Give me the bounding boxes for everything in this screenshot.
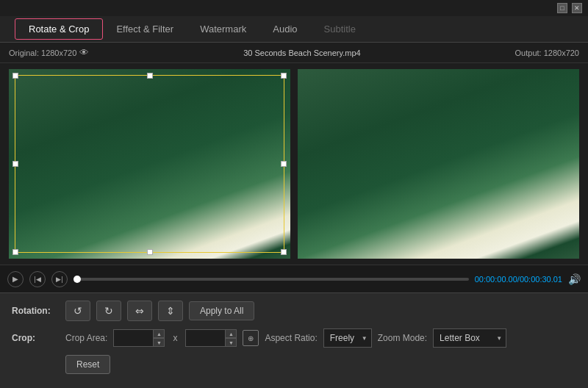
tab-watermark[interactable]: Watermark <box>187 19 259 39</box>
flip-h-icon: ⇔ <box>135 305 144 317</box>
volume-icon[interactable]: 🔊 <box>568 273 581 285</box>
tab-audio[interactable]: Audio <box>259 19 310 39</box>
crop-row: Crop: Crop Area: 1280 ▲ ▼ x 720 ▲ ▼ ⊕ As… <box>12 328 576 348</box>
rotate-right-button[interactable]: ↻ <box>96 301 121 321</box>
tab-bar: Rotate & Crop Effect & Filter Watermark … <box>0 16 588 43</box>
crop-height-input[interactable]: 720 <box>185 329 226 347</box>
main-content: Original: 1280x720 👁 30 Seconds Beach Sc… <box>0 43 588 292</box>
zoom-mode-label: Zoom Mode: <box>378 333 427 343</box>
rotation-row: Rotation: ↺ ↻ ⇔ ⇕ Apply to All <box>12 301 576 321</box>
rotation-label: Rotation: <box>12 306 60 316</box>
crop-width-up[interactable]: ▲ <box>153 329 165 338</box>
preview-right <box>298 69 579 259</box>
current-time: 00:00:00.00/00:00:30.01 <box>475 275 562 284</box>
minimize-button[interactable]: □ <box>557 3 567 13</box>
preview-area <box>0 63 588 265</box>
timeline-bar: ▶ |◀ ▶| 00:00:00.00/00:00:30.01 🔊 <box>0 265 588 292</box>
zoom-mode-wrap: Letter Box Pan & Scan Full ▼ <box>433 328 506 348</box>
zoom-mode-select[interactable]: Letter Box Pan & Scan Full <box>433 328 506 348</box>
center-crop-button[interactable]: ⊕ <box>243 330 259 346</box>
crop-separator: x <box>171 333 179 343</box>
apply-to-all-button[interactable]: Apply to All <box>189 301 254 320</box>
crop-width-spin: ▲ ▼ <box>153 329 165 347</box>
aspect-ratio-select[interactable]: Freely 16:9 4:3 1:1 9:16 <box>323 328 372 348</box>
crop-height-down[interactable]: ▼ <box>225 338 237 347</box>
reset-button[interactable]: Reset <box>65 355 110 374</box>
aspect-ratio-label: Aspect Ratio: <box>265 333 317 343</box>
step-back-button[interactable]: |◀ <box>29 271 46 287</box>
flip-horizontal-button[interactable]: ⇔ <box>127 301 152 321</box>
timeline-progress[interactable] <box>74 278 469 281</box>
preview-left <box>9 69 290 259</box>
step-forward-button[interactable]: ▶| <box>51 271 68 287</box>
reset-row: Reset <box>12 355 576 374</box>
output-resolution: Output: 1280x720 <box>515 48 579 57</box>
play-button[interactable]: ▶ <box>7 271 24 287</box>
rotate-right-icon: ↻ <box>104 305 113 317</box>
original-resolution: Original: 1280x720 <box>9 48 76 57</box>
crop-height-spin: ▲ ▼ <box>225 329 237 347</box>
tab-effect-filter[interactable]: Effect & Filter <box>103 19 187 39</box>
crop-width-input[interactable]: 1280 <box>113 329 154 347</box>
crop-width-wrap: 1280 ▲ ▼ <box>113 329 165 347</box>
preview-right-image <box>298 69 579 259</box>
flip-v-icon: ⇕ <box>166 305 175 317</box>
controls-area: Rotation: ↺ ↻ ⇔ ⇕ Apply to All Crop: Cro… <box>0 292 588 388</box>
flip-vertical-button[interactable]: ⇕ <box>158 301 183 321</box>
timeline-dot[interactable] <box>74 276 81 283</box>
crop-label: Crop: <box>12 333 60 343</box>
tab-rotate-crop[interactable]: Rotate & Crop <box>15 18 103 40</box>
crop-height-wrap: 720 ▲ ▼ <box>185 329 237 347</box>
rotate-left-icon: ↺ <box>74 305 82 317</box>
tab-subtitle: Subtitle <box>311 19 369 39</box>
eye-icon[interactable]: 👁 <box>79 47 89 58</box>
close-button[interactable]: ✕ <box>572 3 582 13</box>
info-bar: Original: 1280x720 👁 30 Seconds Beach Sc… <box>0 43 588 63</box>
filename: 30 Seconds Beach Scenery.mp4 <box>243 48 360 57</box>
center-crop-icon: ⊕ <box>248 334 254 342</box>
preview-left-image <box>9 69 290 259</box>
rotate-left-button[interactable]: ↺ <box>65 301 90 321</box>
crop-height-up[interactable]: ▲ <box>225 329 237 338</box>
crop-width-down[interactable]: ▼ <box>153 338 165 347</box>
title-bar: □ ✕ <box>0 0 588 16</box>
aspect-ratio-wrap: Freely 16:9 4:3 1:1 9:16 ▼ <box>323 328 372 348</box>
crop-area-label: Crop Area: <box>65 333 107 343</box>
